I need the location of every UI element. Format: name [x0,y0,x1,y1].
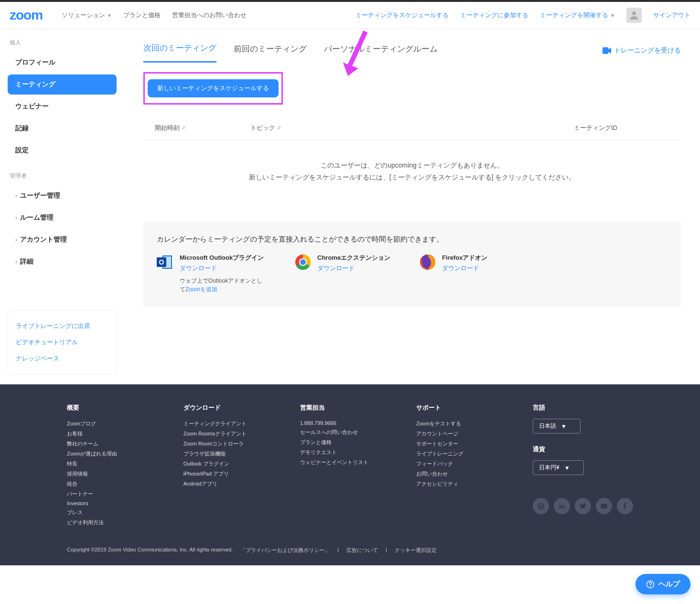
integ-outlook-download[interactable]: ダウンロード [180,264,266,273]
footer-link[interactable]: セールスへの問い合わせ [300,427,388,437]
footer-legal-link[interactable]: クッキー選択設定 [395,547,437,554]
footer-link[interactable]: 弊社のチーム [67,439,155,449]
tab-previous[interactable]: 前回のミーティング [234,40,307,62]
footer-link[interactable]: Zoomが選ばれる理由 [67,449,155,459]
empty-line-1: このユーザーは、どのupcomingミーティングもありません。 [143,159,681,171]
footer-link[interactable]: ビデオ利用方法 [67,518,155,528]
footer-heading: 概要 [67,403,155,412]
footer-link[interactable]: フィードバック [416,459,504,469]
footer-link[interactable]: Zoom Roomコントローラ [183,439,271,449]
footer-heading: サポート [416,403,504,412]
facebook-icon[interactable] [617,498,633,514]
footer-link[interactable]: Zoomをテストする [416,419,504,429]
footer-link[interactable]: ミーティングクライアント [183,419,271,429]
footer-link[interactable]: サポートセンター [416,439,504,449]
footer-link[interactable]: ブラウザ拡張機能 [183,449,271,459]
help-live-training[interactable]: ライブトレーニングに出席 [16,318,108,334]
svg-text:O: O [159,258,164,266]
sort-icon: ⇵ [182,126,185,130]
sidebar-item-room-mgmt[interactable]: ›ルーム管理 [8,208,117,228]
footer-legal-link[interactable]: 「プライバシーおよび法務ポリシー」 [240,547,330,554]
sidebar-item-settings[interactable]: 設定 [8,140,117,160]
youtube-icon[interactable] [596,498,612,514]
footer-link[interactable]: お問い合わせ [416,469,504,479]
currency-select[interactable]: 日本円¥ ▼ [533,460,584,475]
help-knowledge-base[interactable]: ナレッジベース [16,350,108,367]
tab-upcoming[interactable]: 次回のミーティング [143,39,216,63]
schedule-meeting-button[interactable]: 新しいミーティングをスケジュールする [148,79,279,97]
table-header: 開始時刻⇵ トピック⇵ ミーティングID [143,116,681,140]
footer-currency-heading: 通貨 [533,445,633,454]
footer-legal-link[interactable]: 広告について [346,547,378,554]
footer-link[interactable]: ライブトレーニング [416,449,504,459]
training-link[interactable]: トレーニングを受ける [603,46,681,55]
nav-contact-sales[interactable]: 営業担当へのお問い合わせ [172,11,247,20]
sidebar-item-profile[interactable]: プロフィール [8,53,117,73]
th-label: 開始時刻 [155,124,180,132]
outlook-icon: O [157,254,174,271]
footer-link[interactable]: アカウントページ [416,429,504,439]
empty-state: このユーザーは、どのupcomingミーティングもありません。 新しいミーティン… [143,140,681,212]
sidebar-item-recordings[interactable]: 記録 [8,118,117,138]
integ-firefox-download[interactable]: ダウンロード [442,264,487,273]
footer-link[interactable]: プレス [67,508,155,518]
sidebar-item-account-mgmt[interactable]: ›アカウント管理 [8,230,117,250]
svg-point-8 [300,259,306,265]
copyright-text: Copyright ©2019 Zoom Video Communication… [67,547,233,554]
sidebar-personal-label: 個人 [8,39,117,47]
nav-host[interactable]: ミーティングを開催する▼ [540,11,615,20]
avatar[interactable] [626,8,642,23]
twitter-icon[interactable] [575,498,591,514]
footer-link[interactable]: Outlook プラグイン [183,459,271,469]
nav-schedule[interactable]: ミーティングをスケジュールする [355,11,449,20]
nav-label: ソリューション [62,11,105,20]
integ-outlook-addon-link[interactable]: Zoomを追加 [185,286,217,293]
sidebar-item-webinars[interactable]: ウェビナー [8,96,117,117]
language-select[interactable]: 日本語 ▼ [533,419,581,434]
zoom-logo[interactable]: zoom [10,8,43,23]
person-icon [628,10,640,21]
select-value: 日本語 [539,422,556,430]
linkedin-icon[interactable] [554,498,570,514]
footer-link[interactable]: iPhone/iPad アプリ [183,469,271,479]
sidebar-item-label: ユーザー管理 [20,191,60,200]
sidebar-item-advanced[interactable]: ›詳細 [8,252,117,272]
footer-link[interactable]: Zoomブログ [67,419,155,429]
caret-down-icon: ▼ [610,13,615,18]
sidebar-item-meetings[interactable]: ミーティング [8,74,117,95]
tab-personal-room[interactable]: パーソナルミーティングルーム [324,40,438,62]
footer-col-sales: 営業担当 1.888.799.9666 セールスへの問い合わせ プランと価格 デ… [300,403,388,528]
integ-chrome-download[interactable]: ダウンロード [317,264,390,273]
footer-col-about: 概要 Zoomブログ お客様 弊社のチーム Zoomが選ばれる理由 特長 採用情… [67,403,155,528]
nav-plans[interactable]: プランと価格 [123,11,161,20]
help-video-tutorials[interactable]: ビデオチュートリアル [16,334,108,350]
footer-link[interactable]: 特長 [67,459,155,469]
footer-link[interactable]: 採用情報 [67,469,155,479]
nav-solutions[interactable]: ソリューション▼ [62,11,112,20]
footer-col-support: サポート Zoomをテストする アカウントページ サポートセンター ライブトレー… [416,403,504,528]
footer-link[interactable]: Androidアプリ [183,479,271,489]
wordpress-icon[interactable] [533,498,549,514]
signout-link[interactable]: サインアウト [653,11,690,20]
integ-firefox-name: Firefoxアドオン [442,254,487,262]
footer-link[interactable]: 1.888.799.9666 [300,419,388,427]
help-box: ライブトレーニングに出席 ビデオチュートリアル ナレッジベース [8,310,117,375]
footer-link[interactable]: Investors [67,499,155,508]
svg-rect-1 [603,47,608,54]
caret-down-icon: ▼ [561,423,567,430]
footer-link[interactable]: プランと価格 [300,437,388,447]
integrations-title: カレンダーからミーティングの予定を直接入れることができるので時間を節約できます。 [157,235,668,244]
th-topic[interactable]: トピック⇵ [250,124,574,132]
footer-link[interactable]: ウェビナーとイベントリスト [300,457,388,467]
firefox-icon [419,254,436,271]
th-start-time[interactable]: 開始時刻⇵ [155,124,250,132]
footer-link[interactable]: 統合 [67,479,155,489]
nav-join[interactable]: ミーティングに参加する [460,11,528,20]
footer-link[interactable]: Zoom Roomsクライアント [183,429,271,439]
footer-link[interactable]: お客様 [67,429,155,439]
sort-icon: ⇵ [277,126,281,130]
sidebar-item-user-mgmt[interactable]: ›ユーザー管理 [8,186,117,206]
footer-link[interactable]: パートナー [67,489,155,499]
footer-link[interactable]: デモリクエスト [300,447,388,457]
footer-link[interactable]: アクセシビリティ [416,479,504,489]
